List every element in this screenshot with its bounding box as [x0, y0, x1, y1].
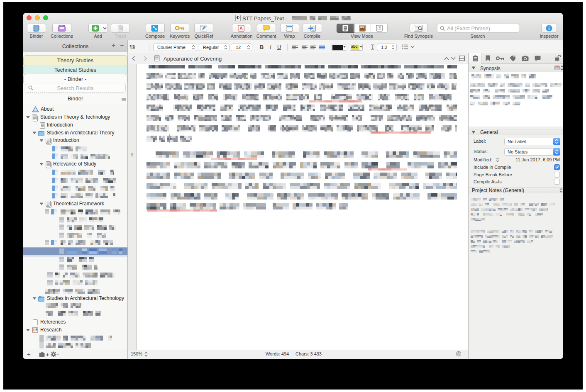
svg-text:A: A: [239, 26, 243, 31]
